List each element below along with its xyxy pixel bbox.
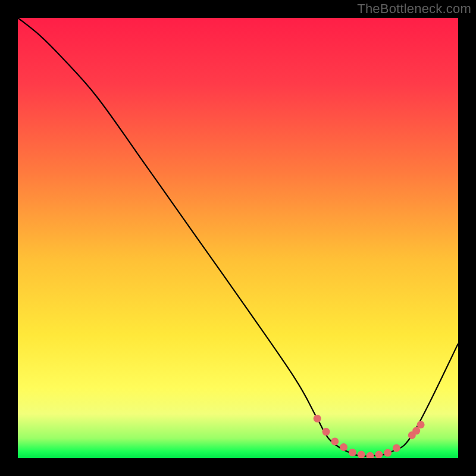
optimal-marker bbox=[393, 444, 400, 452]
chart-svg bbox=[18, 18, 458, 458]
optimal-marker bbox=[349, 449, 356, 456]
optimal-marker bbox=[358, 451, 365, 458]
optimal-marker bbox=[314, 415, 321, 422]
optimal-marker bbox=[340, 443, 347, 451]
optimal-marker bbox=[417, 421, 425, 428]
optimal-marker bbox=[384, 449, 392, 457]
chart-frame: TheBottleneck.com bbox=[0, 0, 476, 476]
optimal-marker bbox=[375, 451, 383, 458]
watermark-text: TheBottleneck.com bbox=[357, 1, 471, 17]
optimal-marker bbox=[322, 428, 330, 436]
gradient-background bbox=[18, 18, 458, 458]
plot-area bbox=[18, 18, 458, 458]
optimal-marker bbox=[331, 437, 339, 445]
